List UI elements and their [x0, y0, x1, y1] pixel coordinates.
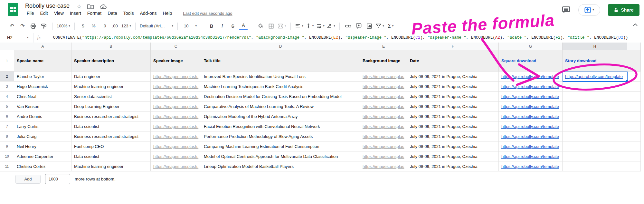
cell[interactable]: July 08-09, 2021 in Prague, Czechia	[407, 121, 499, 131]
row-number[interactable]: 6	[0, 112, 14, 121]
cell[interactable]: Machine Learning Techniques in Bank Cred…	[201, 82, 360, 92]
cell-link[interactable]: https://api.robolly.com/template	[499, 82, 563, 92]
column-header-selected[interactable]: H	[563, 43, 627, 50]
cell-link[interactable]: https://api.robolly.com/template	[499, 161, 563, 171]
cell[interactable]	[627, 92, 641, 102]
column-header[interactable]: F	[407, 43, 499, 50]
cell[interactable]: Data scientist	[71, 121, 151, 131]
cell-link[interactable]: https://images.unsplash.	[151, 151, 201, 161]
decrease-decimal-button[interactable]: .0	[100, 22, 109, 30]
header-speaker-image[interactable]: Speaker image	[151, 50, 201, 72]
cell[interactable]: July 08-09, 2021 in Prague, Czechia	[407, 102, 499, 112]
increase-decimal-button[interactable]: .00	[111, 22, 119, 30]
cell-link[interactable]: https://images.unsplas	[360, 161, 407, 171]
insert-link-icon[interactable]	[344, 22, 352, 30]
horizontal-align-button[interactable]: ▾	[295, 22, 304, 30]
row-number[interactable]: 9	[0, 141, 14, 151]
cell-link[interactable]: https://images.unsplas	[360, 72, 407, 82]
cell-link[interactable]: https://images.unsplas	[360, 141, 407, 151]
add-rows-button[interactable]: Add	[15, 175, 41, 184]
functions-button[interactable]: Σ ▾	[386, 22, 395, 30]
font-size-select[interactable]: 10▾	[182, 22, 199, 30]
merge-cells-button[interactable]: ▾	[278, 22, 286, 30]
cell[interactable]: Destination Decision Model for Cruising …	[201, 92, 360, 102]
header-talk-title[interactable]: Talk title	[201, 50, 360, 72]
column-header[interactable]: C	[151, 43, 201, 50]
cell-link[interactable]: https://api.robolly.com/template	[499, 102, 563, 112]
header-story-download[interactable]: Story download	[563, 50, 627, 72]
cell[interactable]	[627, 102, 641, 112]
cell[interactable]: Julia Craig	[14, 131, 71, 141]
cell-link[interactable]: https://api.robolly.com/template	[499, 92, 563, 102]
share-button[interactable]: Share	[608, 4, 639, 16]
insert-chart-icon[interactable]	[365, 22, 374, 30]
row-number[interactable]: 8	[0, 131, 14, 141]
menu-insert[interactable]: Insert	[68, 10, 83, 16]
row-number[interactable]: 1	[0, 50, 14, 72]
italic-button[interactable]: I	[218, 22, 226, 30]
more-formats-button[interactable]: 123▾	[121, 22, 131, 30]
cell[interactable]	[627, 112, 641, 121]
cell[interactable]: Data scientist	[71, 151, 151, 161]
cell-link[interactable]: https://images.unsplas	[360, 121, 407, 131]
cell-link[interactable]: https://images.unsplas	[360, 112, 407, 121]
cell[interactable]: July 08-09, 2021 in Prague, Czechia	[407, 131, 499, 141]
menu-edit[interactable]: Edit	[39, 10, 50, 16]
redo-icon[interactable]: ↷	[18, 22, 27, 30]
column-header[interactable]: G	[499, 43, 563, 50]
cell[interactable]: Fuel comp CEO	[71, 141, 151, 151]
cell[interactable]	[627, 121, 641, 131]
menu-format[interactable]: Format	[86, 10, 103, 16]
cell[interactable]: Van Benson	[14, 102, 71, 112]
row-number[interactable]: 11	[0, 161, 14, 171]
undo-icon[interactable]: ↶	[8, 22, 16, 30]
cell[interactable]: Adrienne Carpenter	[14, 151, 71, 161]
menu-view[interactable]: View	[52, 10, 65, 16]
cell[interactable]	[627, 131, 641, 141]
strikethrough-button[interactable]: S	[229, 22, 237, 30]
rows-count-input[interactable]	[45, 174, 70, 184]
borders-button[interactable]	[267, 22, 275, 30]
last-edit-link[interactable]: Last edit was seconds ago	[183, 11, 232, 16]
column-header[interactable]: B	[71, 43, 151, 50]
document-title[interactable]: Robolly use-case	[25, 3, 70, 9]
header-square-download[interactable]: Square download	[499, 50, 563, 72]
cell-link[interactable]: https://images.unsplas	[360, 92, 407, 102]
cell[interactable]	[627, 151, 641, 161]
cell-link[interactable]: https://images.unsplas	[360, 151, 407, 161]
cell[interactable]	[563, 112, 627, 121]
move-folder-icon[interactable]	[87, 4, 94, 9]
sheets-logo-icon[interactable]	[8, 3, 18, 16]
cell[interactable]	[627, 82, 641, 92]
cell[interactable]: July 08-09, 2021 in Prague, Czechia	[407, 151, 499, 161]
row-number[interactable]: 4	[0, 92, 14, 102]
column-header[interactable]: A	[14, 43, 71, 50]
cell-link[interactable]: https://api.robolly.com/template	[499, 112, 563, 121]
cell[interactable]	[563, 102, 627, 112]
cell[interactable]: July 08-09, 2021 in Prague, Czechia	[407, 92, 499, 102]
cell-link[interactable]: https://images.unsplash.	[151, 102, 201, 112]
comment-history-icon[interactable]	[562, 6, 571, 14]
cloud-status-icon[interactable]	[99, 4, 107, 9]
cell-link[interactable]: https://api.robolly.com/template	[499, 121, 563, 131]
cell-link[interactable]: https://images.unsplash.	[151, 121, 201, 131]
cell-link[interactable]: https://api.robolly.com/template	[499, 141, 563, 151]
cell[interactable]	[627, 72, 641, 82]
cell[interactable]: July 08-09, 2021 in Prague, Czechia	[407, 112, 499, 121]
namebox-caret-icon[interactable]: ▾	[27, 36, 29, 39]
cell[interactable]: Performance Prediction Methodology of Sl…	[201, 131, 360, 141]
cell[interactable]: Deep Learning Engineer	[71, 102, 151, 112]
cell[interactable]	[563, 131, 627, 141]
cell[interactable]: Lineup Optimization Model of Basketball …	[201, 161, 360, 171]
cell[interactable]	[563, 141, 627, 151]
row-number[interactable]: 3	[0, 82, 14, 92]
cell[interactable]: Andre Dennis	[14, 112, 71, 121]
menu-add-ons[interactable]: Add-ons	[138, 10, 158, 16]
cell-link[interactable]: https://images.unsplas	[360, 82, 407, 92]
menu-tools[interactable]: Tools	[122, 10, 136, 16]
cell[interactable]	[563, 121, 627, 131]
cell[interactable]	[563, 82, 627, 92]
star-icon[interactable]: ☆	[77, 3, 81, 10]
cell[interactable]: July 08-09, 2021 in Prague, Czechia	[407, 72, 499, 82]
cell-link[interactable]: https://images.unsplash.	[151, 161, 201, 171]
